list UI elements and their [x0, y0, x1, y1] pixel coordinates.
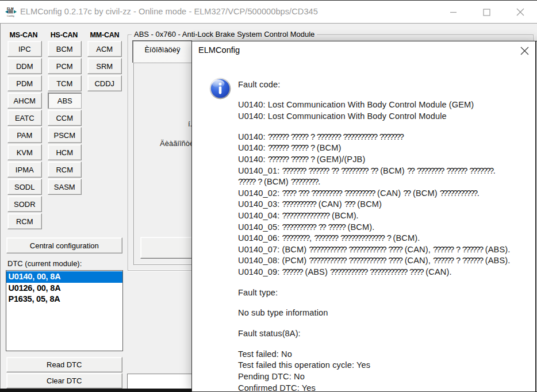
window-left-border	[0, 24, 1, 389]
dialog-message-line	[238, 319, 537, 328]
dialog-message-line: Pending DTC: No	[238, 371, 537, 383]
dialog-message-line: U0140_06: ????????, ??????? ????????????…	[238, 233, 537, 244]
dialog-message-line	[238, 278, 537, 287]
titlebar-border	[0, 23, 537, 24]
module-button-ipc[interactable]: IPC	[7, 41, 42, 57]
svg-text:Config: Config	[7, 14, 14, 17]
dialog-message-line: Test failed this operation cycle: Yes	[238, 360, 537, 371]
module-button-abs[interactable]: ABS	[48, 93, 82, 109]
tab-page-partial-button[interactable]	[140, 237, 200, 259]
dialog-message-line: Fault code:	[238, 79, 537, 91]
dialog-message-line: U0140: Lost Communication With Body Cont…	[238, 99, 537, 111]
dialog-message-line: Test failed: No	[238, 349, 537, 360]
dialog-message-line: U0140_08: (PCM) ??????????? ??????????? …	[238, 255, 537, 267]
window-close-button[interactable]	[506, 1, 535, 23]
dialog-message-line: U0140: Lost Communication With Body Cont…	[238, 111, 537, 122]
module-button-ccm[interactable]: CCM	[48, 110, 82, 126]
dialog-message-line	[238, 90, 537, 99]
dialog-message-line: Fault status(8A):	[238, 328, 537, 340]
column-header-mm-can: MM-CAN	[87, 31, 122, 39]
read-dtc-button[interactable]: Read DTC	[6, 357, 123, 372]
module-group-box-title: ABS - 0x760 - Anti-Lock Brake System Con…	[132, 30, 317, 39]
dialog-message-line	[238, 298, 537, 308]
dialog-message-line: U0140: ?????? ????? ? ??????? ??????????…	[238, 132, 537, 143]
dialog-close-icon	[520, 47, 529, 55]
module-button-pscm[interactable]: PSCM	[48, 127, 82, 143]
minimize-icon	[450, 9, 457, 16]
dialog-message-line: No sub type information	[238, 308, 537, 319]
module-button-cddj[interactable]: CDDJ	[87, 75, 122, 91]
info-icon	[209, 78, 231, 99]
module-button-acm[interactable]: ACM	[87, 41, 122, 57]
dialog-message-line	[238, 122, 537, 132]
clear-dtc-button[interactable]: Clear DTC	[6, 373, 123, 389]
dialog-title: ELMConfig	[198, 45, 240, 55]
module-button-sodl[interactable]: SODL	[7, 179, 42, 195]
dtc-listbox[interactable]: U0140, 00, 8AU0126, 00, 8AP1635, 05, 8A	[6, 270, 123, 352]
dialog-message-line: ????? ? (BCM) ????????.	[238, 176, 537, 188]
module-button-pdm[interactable]: PDM	[7, 75, 42, 91]
dialog-message-line: U0140_07: (BCM) ??????????? ??????????? …	[238, 244, 537, 256]
module-button-ipma[interactable]: IPMA	[7, 162, 42, 178]
column-header-ms-can: MS-CAN	[6, 31, 41, 39]
module-button-hcm[interactable]: HCM	[48, 144, 82, 160]
module-button-pam[interactable]: PAM	[7, 127, 42, 143]
svg-text:ELM: ELM	[7, 7, 14, 10]
dialog-message-line: U0140_02: ???? ??? ????????? ????????? (…	[238, 188, 537, 199]
dialog-message-line: U0140_09: ?????? (ABS) ??????????? ?????…	[238, 267, 537, 278]
dialog-message-line: Confirmed DTC: Yes	[238, 383, 537, 392]
minimize-button[interactable]	[439, 1, 467, 23]
module-button-pcm[interactable]: PCM	[48, 58, 82, 74]
column-header-hs-can: HS-CAN	[47, 31, 82, 39]
dtc-list-item[interactable]: U0140, 00, 8A	[6, 271, 122, 283]
dtc-list-item[interactable]: U0126, 00, 8A	[6, 283, 122, 294]
window-title: ELMConfig 0.2.17c by civil-zz - Online m…	[20, 1, 318, 23]
dialog-message: Fault code:U0140: Lost Communication Wit…	[238, 79, 537, 392]
module-button-sasm[interactable]: SASM	[48, 179, 82, 195]
module-button-kvm[interactable]: KVM	[7, 144, 42, 160]
module-button-eatc[interactable]: EATC	[7, 110, 42, 126]
dialog-message-line: U0140_04: ?????????????? (BCM).	[238, 210, 537, 222]
module-button-tcm[interactable]: TCM	[48, 75, 82, 91]
dialog-message-line: U0140_01: ??????? ?????? ?? ???????? ?? …	[238, 166, 537, 177]
dialog-message-line: U0140: ?????? ????? ? (BCM)	[238, 143, 537, 154]
app-icon: ELM Config	[5, 6, 17, 17]
dialog-message-line: U0140_05: ?????????? ?? ????? (BCM).	[238, 222, 537, 233]
dialog-message-line: Fault type:	[238, 287, 537, 299]
dialog-message-line: U0140: ?????? ????? ? (GEM)/(PJB)	[238, 154, 537, 166]
window-close-icon	[516, 8, 524, 16]
module-button-srm[interactable]: SRM	[87, 58, 122, 74]
tab-information[interactable]: Èíôîðìàöèÿ	[132, 40, 192, 63]
titlebar: ELM Config ELMConfig 0.2.17c by civil-zz…	[0, 1, 537, 23]
dtc-list-item[interactable]: P1635, 05, 8A	[6, 294, 122, 305]
dialog-message-line	[238, 340, 537, 349]
module-button-ahcm[interactable]: AHCM	[7, 93, 42, 109]
maximize-button[interactable]	[472, 1, 501, 23]
maximize-icon	[483, 9, 490, 16]
module-button-rcm[interactable]: RCM	[48, 162, 82, 178]
module-button-bcm[interactable]: BCM	[48, 41, 82, 57]
dtc-list-label: DTC (current module):	[7, 259, 82, 268]
dialog-close-button[interactable]	[516, 43, 533, 59]
dialog-message-line: U0140_03: ?????????? (CAN) ??? (BCM)	[238, 199, 537, 210]
module-button-rcm[interactable]: RCM	[7, 213, 42, 229]
central-configuration-button[interactable]: Central configuration	[6, 237, 123, 253]
module-button-ddm[interactable]: DDM	[7, 58, 42, 74]
module-button-sodr[interactable]: SODR	[7, 196, 42, 212]
